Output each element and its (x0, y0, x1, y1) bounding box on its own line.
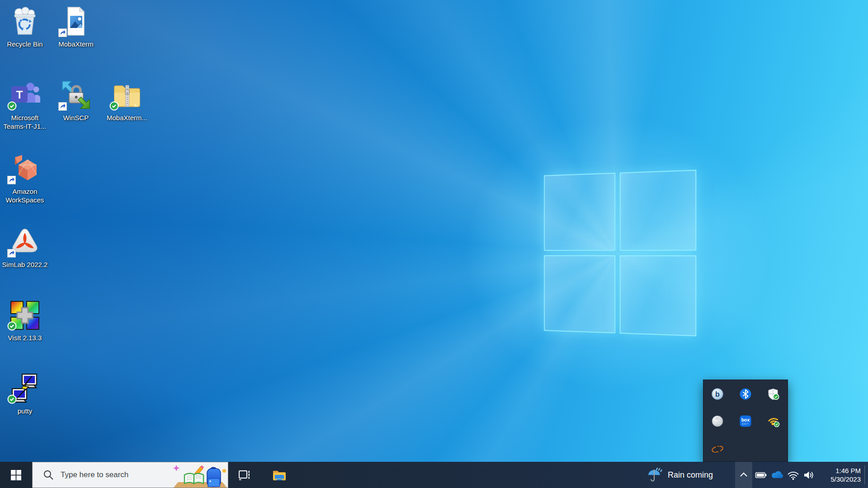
sync-check-badge (109, 101, 119, 113)
svg-text:EDIT: EDIT (742, 423, 749, 425)
tray-icon-wireless-gold[interactable] (760, 408, 788, 435)
workspaces-cube-icon (9, 153, 41, 185)
svg-text:T: T (16, 89, 23, 101)
sync-check-badge (7, 101, 17, 113)
recycle-bin-icon (9, 5, 41, 38)
tray-overflow-popup: b (703, 380, 788, 462)
winscp-icon (60, 79, 92, 112)
windows-desktop: Recycle Bin MobaXterm (0, 0, 868, 488)
svg-text:box: box (741, 417, 750, 422)
svg-text:b: b (715, 390, 720, 398)
desktop-icon-label: Amazon WorkSpaces (1, 187, 48, 204)
desktop-icon-mobaxterm[interactable]: MobaXterm (52, 5, 99, 48)
image-file-icon (60, 5, 92, 38)
tray-icon-box-edit[interactable]: box EDIT (731, 408, 760, 435)
desktop-icon-label: WinSCP (52, 113, 99, 122)
desktop-icon-label: Recycle Bin (1, 40, 48, 48)
tray-overflow-grid: b (703, 380, 788, 462)
clock-time: 1:46 PM (835, 466, 861, 475)
taskbar-weather-widget[interactable]: Rain coming (644, 462, 731, 488)
windows-start-icon (9, 469, 23, 482)
windows-logo-pane (544, 255, 615, 333)
sync-check-badge (7, 394, 17, 406)
windows-logo-pane (620, 255, 697, 336)
desktop-icon-label: VisIt 2.13.3 (1, 333, 48, 342)
shortcut-arrow-badge (58, 102, 67, 113)
tray-icon-x-server[interactable]: X (703, 435, 731, 462)
desktop-icon-simlab[interactable]: SimLab 2022.2 (1, 226, 48, 269)
onedrive-tray-icon[interactable] (769, 462, 784, 488)
tray-icon-windows-security[interactable] (760, 380, 788, 408)
task-view-icon (237, 468, 251, 482)
task-view-button[interactable] (233, 462, 255, 488)
show-desktop-button[interactable] (864, 465, 865, 484)
teams-icon: T (9, 79, 41, 112)
desktop-icon-amazon-workspaces[interactable]: Amazon WorkSpaces (1, 153, 48, 204)
volume-tray-icon[interactable] (801, 462, 816, 488)
file-explorer-icon (271, 468, 287, 482)
tray-icon-b-sphere[interactable]: b (703, 380, 731, 408)
clock-date: 5/30/2023 (830, 475, 861, 483)
windows-logo (544, 170, 696, 337)
search-icon (42, 469, 54, 481)
desktop-icon-putty[interactable]: putty (1, 372, 48, 415)
wifi-tray-icon[interactable] (785, 462, 801, 488)
sync-check-badge (7, 321, 17, 333)
shortcut-arrow-badge (7, 176, 16, 186)
weather-label: Rain coming (668, 470, 713, 480)
taskbar-search-box[interactable] (32, 462, 228, 488)
rain-umbrella-icon (647, 467, 663, 483)
desktop-icon-mobaxterm-archive[interactable]: MobaXterm... (104, 79, 151, 122)
visit-icon (9, 299, 41, 332)
tray-show-hidden-icons-button[interactable] (735, 462, 752, 488)
start-button[interactable] (0, 462, 32, 488)
search-box-illustration (172, 463, 227, 488)
desktop-icon-visit[interactable]: VisIt 2.13.3 (1, 299, 48, 342)
windows-logo-pane (620, 170, 697, 251)
simlab-icon (9, 226, 41, 258)
windows-logo-pane (544, 173, 615, 251)
svg-text:X: X (714, 443, 722, 454)
putty-icon (9, 372, 41, 405)
file-explorer-button[interactable] (268, 462, 290, 488)
desktop-icon-winscp[interactable]: WinSCP (52, 79, 99, 122)
desktop-icon-label: putty (1, 407, 48, 415)
zip-folder-icon (111, 79, 143, 112)
chevron-up-icon (738, 469, 749, 480)
taskbar-clock[interactable]: 1:46 PM 5/30/2023 (816, 462, 863, 488)
desktop-icon-label: MobaXterm... (104, 113, 151, 122)
taskbar: Rain coming (0, 462, 868, 488)
desktop-icon-microsoft-teams[interactable]: T Microsoft Teams-IT-J1... (1, 79, 48, 131)
tray-icon-bluetooth[interactable] (731, 380, 760, 408)
desktop-icon-label: Microsoft Teams-IT-J1... (1, 113, 48, 131)
desktop-icon-label: SimLab 2022.2 (1, 260, 48, 269)
desktop-icon-recycle-bin[interactable]: Recycle Bin (1, 5, 48, 48)
shortcut-arrow-badge (7, 249, 16, 259)
tray-icon-globe[interactable] (703, 408, 731, 435)
desktop-icon-label: MobaXterm (52, 40, 99, 48)
shortcut-arrow-badge (58, 28, 67, 39)
battery-tray-icon[interactable] (753, 462, 769, 488)
